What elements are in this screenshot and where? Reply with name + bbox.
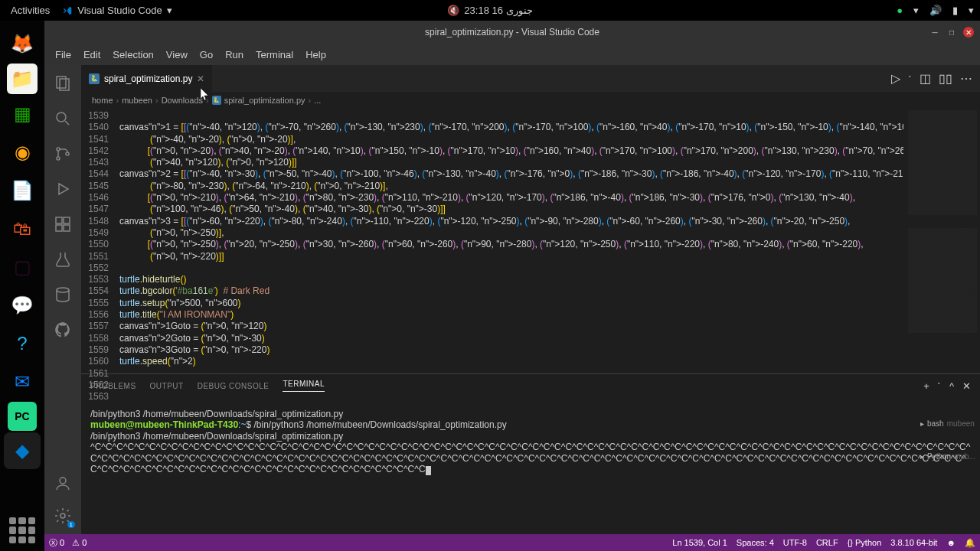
clock[interactable]: جنوری 16 23:18 🔇 — [447, 5, 532, 16]
dock-writer[interactable]: 📄 — [4, 172, 41, 209]
status-position[interactable]: Ln 1539, Col 1 — [672, 538, 727, 547]
run-dropdown-icon[interactable]: ˅ — [908, 75, 912, 83]
run-file-icon[interactable]: ▷ — [891, 71, 900, 86]
breadcrumb-item[interactable]: Downloads — [162, 96, 203, 105]
status-feedback-icon[interactable]: ☻ — [946, 538, 956, 547]
maximize-button[interactable]: □ — [946, 27, 957, 37]
svg-line-3 — [65, 121, 69, 125]
maximize-panel-icon[interactable]: ^ — [949, 380, 955, 392]
new-terminal-icon[interactable]: + — [923, 380, 929, 392]
svg-point-13 — [60, 478, 66, 484]
breadcrumb-item[interactable]: mubeen — [122, 96, 152, 105]
menu-selection[interactable]: Selection — [106, 49, 159, 60]
split-editor-icon[interactable]: ◫ — [920, 71, 931, 86]
language-icon: {} — [848, 538, 853, 547]
gnome-top-bar: Activities Visual Studio Code ▾ جنوری 16… — [0, 0, 980, 21]
svg-point-5 — [57, 157, 60, 160]
panel: PROBLEMS OUTPUT DEBUG CONSOLE TERMINAL +… — [81, 373, 980, 534]
panel-tab-debug[interactable]: DEBUG CONSOLE — [198, 382, 270, 390]
explorer-icon[interactable] — [52, 73, 74, 94]
error-icon: ⓧ — [49, 537, 57, 549]
breadcrumb-item[interactable]: spiral_optimization.py — [224, 96, 305, 105]
menu-view[interactable]: View — [160, 49, 194, 60]
terminal-item-python[interactable]: ▸Python mub... — [917, 451, 978, 463]
status-language[interactable]: {}Python — [848, 538, 882, 547]
accounts-icon[interactable] — [52, 473, 74, 494]
status-eol[interactable]: CRLF — [816, 538, 838, 547]
more-actions-icon[interactable]: ⋯ — [960, 71, 972, 86]
panel-tab-terminal[interactable]: TERMINAL — [283, 380, 325, 392]
dock-vscode[interactable]: ◆ — [4, 432, 41, 469]
svg-marker-7 — [59, 184, 68, 194]
panel-tab-output[interactable]: OUTPUT — [150, 382, 184, 390]
svg-point-2 — [57, 112, 66, 122]
breadcrumbs[interactable]: home› mubeen› Downloads› 🐍 spiral_optimi… — [81, 92, 980, 109]
menu-terminal[interactable]: Terminal — [250, 49, 299, 60]
source-control-icon[interactable] — [52, 143, 74, 165]
dock-terminal[interactable]: ▢ — [4, 249, 41, 285]
tab-close-icon[interactable]: ✕ — [197, 73, 204, 84]
minimap[interactable] — [903, 109, 980, 373]
menu-run[interactable]: Run — [219, 49, 250, 60]
dock-thunderbird[interactable]: ✉ — [4, 364, 41, 400]
vscode-icon — [62, 5, 73, 16]
github-icon[interactable] — [52, 319, 74, 341]
dock-rhythmbox[interactable]: ◉ — [4, 134, 41, 171]
status-errors[interactable]: ⓧ0 — [49, 537, 64, 549]
dock-help[interactable]: ? — [4, 325, 41, 362]
extensions-icon[interactable] — [52, 214, 74, 235]
settings-gear-icon[interactable]: 1 — [52, 505, 74, 527]
close-button[interactable]: ✕ — [963, 27, 974, 37]
close-panel-icon[interactable]: ✕ — [962, 380, 972, 392]
dock-show-apps[interactable] — [6, 514, 38, 546]
run-debug-icon[interactable] — [52, 178, 74, 200]
code-content[interactable]: canvas"n">1 = [[("n">-40, "n">120), ("n"… — [119, 109, 903, 373]
dock-files[interactable]: 📁 — [7, 64, 38, 94]
battery-icon[interactable]: ▮ — [952, 5, 958, 16]
whatsapp-indicator-icon[interactable]: ● — [897, 5, 903, 16]
breadcrumb-item[interactable]: ... — [314, 96, 321, 105]
window-title: spiral_optimization.py - Visual Studio C… — [425, 27, 599, 37]
terminal-icon: ▸ — [920, 419, 924, 429]
minimize-button[interactable]: ─ — [929, 27, 940, 37]
status-notifications-icon[interactable]: 🔔 — [965, 538, 975, 548]
panel-tabs: PROBLEMS OUTPUT DEBUG CONSOLE TERMINAL +… — [81, 374, 980, 397]
app-menu[interactable]: Visual Studio Code ▾ — [57, 5, 176, 16]
status-spaces[interactable]: Spaces: 4 — [737, 538, 774, 547]
svg-point-6 — [66, 152, 69, 155]
search-icon[interactable] — [52, 108, 74, 129]
chevron-down-icon: ▾ — [167, 5, 172, 16]
editor[interactable]: 1539154015411542154315441545154615471548… — [81, 109, 980, 373]
sql-tools-icon[interactable] — [52, 284, 74, 305]
menu-edit[interactable]: Edit — [77, 49, 106, 60]
terminal-dropdown-icon[interactable]: ˅ — [937, 382, 942, 390]
dock-software[interactable]: 🛍 — [4, 210, 41, 247]
menu-go[interactable]: Go — [194, 49, 219, 60]
dock-pycharm[interactable]: PC — [8, 402, 37, 431]
svg-rect-9 — [64, 217, 70, 223]
breadcrumb-item[interactable]: home — [92, 96, 113, 105]
tab-spiral-optimization[interactable]: 🐍 spiral_optimization.py ✕ — [81, 65, 213, 92]
tab-label: spiral_optimization.py — [104, 73, 192, 84]
svg-point-12 — [57, 288, 69, 292]
svg-rect-10 — [56, 225, 62, 231]
terminal-item-bash[interactable]: ▸bash mubeen — [917, 418, 978, 430]
system-menu-icon[interactable]: ▾ — [969, 5, 974, 16]
split-editor-right-icon[interactable]: ▯▯ — [939, 71, 952, 86]
dock-whatsapp[interactable]: 💬 — [4, 287, 41, 324]
terminal-content[interactable]: /bin/python3 /home/mubeen/Downloads/spir… — [81, 397, 980, 534]
menu-help[interactable]: Help — [299, 49, 332, 60]
activities-button[interactable]: Activities — [6, 5, 54, 16]
testing-icon[interactable] — [52, 249, 74, 270]
menubar: File Edit Selection View Go Run Terminal… — [44, 44, 980, 65]
svg-rect-11 — [64, 225, 70, 231]
volume-icon[interactable]: 🔊 — [929, 5, 942, 16]
wifi-icon[interactable]: ▾ — [913, 5, 919, 16]
dock-firefox[interactable]: 🦊 — [4, 25, 41, 62]
menu-file[interactable]: File — [49, 49, 77, 60]
status-warnings[interactable]: ⚠0 — [72, 538, 87, 548]
status-interpreter[interactable]: 3.8.10 64-bit — [890, 538, 937, 547]
status-encoding[interactable]: UTF-8 — [783, 538, 807, 547]
terminal-cursor — [426, 466, 431, 475]
dock-calc[interactable]: ▦ — [4, 96, 41, 132]
